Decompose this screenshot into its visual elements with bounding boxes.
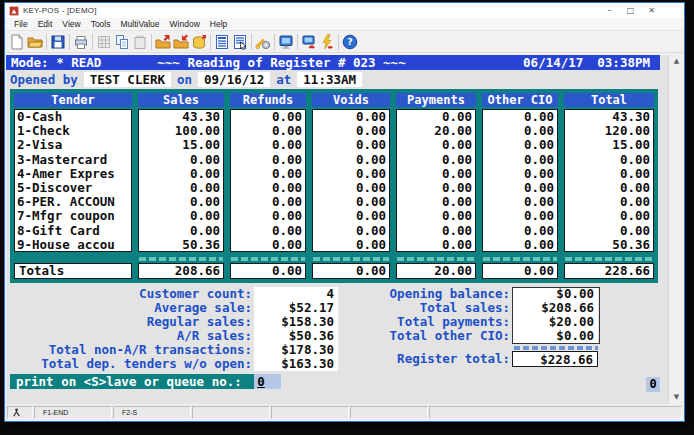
new-document-icon[interactable] xyxy=(8,33,26,51)
table-cell: 0.00 xyxy=(231,124,305,138)
print-icon[interactable] xyxy=(72,33,90,51)
table-cell: 0.00 xyxy=(565,181,653,195)
column-header-sales: Sales xyxy=(138,93,224,107)
tender-label: 7-Mfgr coupon xyxy=(15,209,131,223)
open-folder-icon[interactable] xyxy=(26,33,44,51)
table-cell: 0.00 xyxy=(231,181,305,195)
summary-value: $158.30 xyxy=(254,315,338,329)
on-label: on xyxy=(177,72,192,87)
tender-label: 9-House accou xyxy=(15,238,131,252)
tender-label: 4-Amer Expres xyxy=(15,167,131,181)
table-cell: 15.00 xyxy=(565,138,653,152)
disconnect-icon[interactable] xyxy=(300,33,318,51)
status-segment xyxy=(350,406,428,419)
summary-row: Total sales:$208.66 xyxy=(352,301,606,315)
screen-title: ~~~ Reading of Register # 023 ~~~ xyxy=(157,55,405,70)
totals-payments-wrap: 20.00 xyxy=(396,255,476,279)
minimize-button[interactable]: – xyxy=(599,4,620,17)
totals-separator-dash xyxy=(139,257,223,261)
import-folder-icon[interactable] xyxy=(154,33,172,51)
register-total-separator xyxy=(352,343,606,351)
close-button[interactable]: ✕ xyxy=(641,4,662,17)
open-date-field[interactable]: 09/16/12 xyxy=(198,72,270,87)
table-cell: 43.30 xyxy=(565,110,653,124)
menu-item-window[interactable]: Window xyxy=(165,19,205,29)
settings-wrench-icon[interactable] xyxy=(254,33,272,51)
totals-refunds: 0.00 xyxy=(230,263,306,279)
export-database-icon[interactable] xyxy=(190,33,208,51)
menu-item-help[interactable]: Help xyxy=(205,19,232,29)
table-cell: 0.00 xyxy=(397,110,475,124)
numeric-grid-icon xyxy=(95,33,113,51)
prompt-input[interactable]: 0 xyxy=(254,374,281,389)
title-bar: KEY-POS - [DEMO] – □ ✕ xyxy=(5,3,684,18)
app-icon xyxy=(9,6,19,16)
session-status-icon xyxy=(7,406,33,419)
menu-item-edit[interactable]: Edit xyxy=(33,19,58,29)
summary-label: Total dep. tenders w/o open: xyxy=(12,357,252,371)
table-cell: 0.00 xyxy=(483,110,557,124)
summary-right-column: Opening balance:$0.00Total sales:$208.66… xyxy=(352,287,606,371)
current-time: 03:38PM xyxy=(597,55,650,70)
column-header-payments: Payments xyxy=(396,93,476,107)
table-cell: 0.00 xyxy=(483,124,557,138)
summary-label: Opening balance: xyxy=(352,287,510,301)
totals-sales: 208.66 xyxy=(138,263,224,279)
copy-icon[interactable] xyxy=(113,33,131,51)
summary-row: Opening balance:$0.00 xyxy=(352,287,606,301)
table-cell: 0.00 xyxy=(313,153,389,167)
open-time-field[interactable]: 11:33AM xyxy=(297,72,362,87)
svg-text:?: ? xyxy=(347,36,353,47)
table-cell: 0.00 xyxy=(397,209,475,223)
select-form-icon[interactable] xyxy=(231,33,249,51)
table-cell: 0.00 xyxy=(313,195,389,209)
prompt-text: print on <S>lave or queue no.: xyxy=(10,374,254,389)
table-cell: 0.00 xyxy=(483,167,557,181)
totals-separator-dash xyxy=(231,257,305,261)
totals-label: Totals xyxy=(14,263,132,279)
column-header-voids: Voids xyxy=(312,93,390,107)
window-title: KEY-POS - [DEMO] xyxy=(23,6,97,15)
terminal-monitor-icon[interactable] xyxy=(277,33,295,51)
table-cell: 0.00 xyxy=(565,224,653,238)
totals-other_cio: 0.00 xyxy=(482,263,558,279)
menu-item-file[interactable]: File xyxy=(9,19,33,29)
summary-value: $208.66 xyxy=(512,301,598,315)
clerk-field[interactable]: TEST CLERK xyxy=(84,72,171,87)
summary-label: Regular sales: xyxy=(12,315,252,329)
terminal-area: Mode: * READ ~~~ Reading of Register # 0… xyxy=(6,55,683,404)
column-header-other_cio: Other CIO xyxy=(482,93,558,107)
aux-input-echo[interactable]: 0 xyxy=(646,377,660,392)
mode-bar: Mode: * READ ~~~ Reading of Register # 0… xyxy=(6,55,660,70)
menu-item-tools[interactable]: Tools xyxy=(86,19,116,29)
table-cell: 0.00 xyxy=(139,224,223,238)
table-column-other_cio: 0.000.000.000.000.000.000.000.000.000.00 xyxy=(482,109,558,252)
status-segment xyxy=(192,406,270,419)
totals-sales-wrap: 208.66 xyxy=(138,255,224,279)
menu-item-multivalue[interactable]: MultiValue xyxy=(115,19,164,29)
scroll-up-icon[interactable]: ▲ xyxy=(670,55,683,68)
vertical-scrollbar[interactable]: ▲ ▼ xyxy=(668,55,683,404)
table-cell: 0.00 xyxy=(231,167,305,181)
table-cell: 0.00 xyxy=(313,224,389,238)
export-folder-icon[interactable] xyxy=(172,33,190,51)
tender-label: 3-Mastercard xyxy=(15,153,131,167)
list-view-icon[interactable] xyxy=(213,33,231,51)
summary-value: $50.36 xyxy=(254,329,338,343)
summary-left-column: Customer count:4Average sale:$52.17Regul… xyxy=(12,287,342,371)
register-total-dash xyxy=(514,346,598,350)
scroll-down-icon[interactable]: ▼ xyxy=(670,391,683,404)
help-icon[interactable]: ? xyxy=(341,33,359,51)
maximize-button[interactable]: □ xyxy=(620,4,641,17)
mode-text: Mode: * READ xyxy=(11,55,101,70)
menu-item-view[interactable]: View xyxy=(57,19,85,29)
table-cell: 0.00 xyxy=(565,209,653,223)
save-icon[interactable] xyxy=(49,33,67,51)
quick-dial-icon[interactable] xyxy=(318,33,336,51)
column-header-refunds: Refunds xyxy=(230,93,306,107)
totals-voids-wrap: 0.00 xyxy=(312,255,390,279)
table-cell: 15.00 xyxy=(139,138,223,152)
totals-refunds-wrap: 0.00 xyxy=(230,255,306,279)
summary-row: Customer count:4 xyxy=(12,287,342,301)
table-header-row: TenderSalesRefundsVoidsPaymentsOther CIO… xyxy=(14,93,654,107)
